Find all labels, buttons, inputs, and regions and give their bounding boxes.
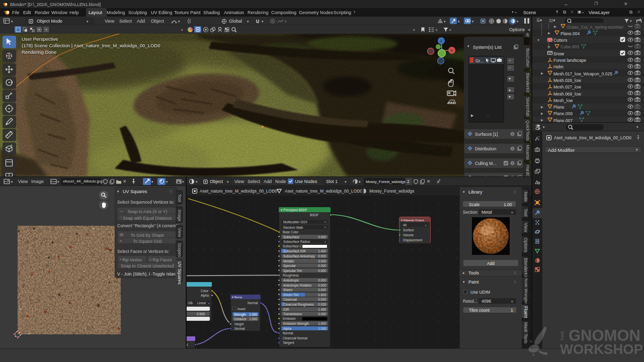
svg-text:THE: THE <box>559 331 565 341</box>
svg-text:Z: Z <box>440 39 443 43</box>
svg-text:X: X <box>450 48 453 53</box>
svg-text:WORKSHOP: WORKSHOP <box>560 341 643 356</box>
